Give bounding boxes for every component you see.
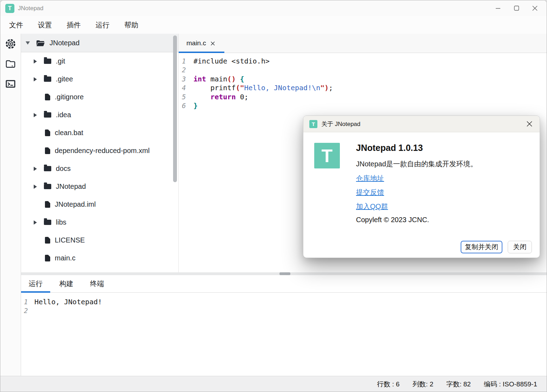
tree-root-label: JNotepad [50,39,80,47]
terminal-button[interactable] [0,74,21,94]
tree-item-label: JNotepad.iml [55,200,96,208]
tree-item-label: .idea [56,111,71,119]
dialog-title: 关于 JNotepad [321,120,361,128]
tree-item-label: .git [56,57,65,65]
tree-item[interactable]: .gitignore [21,88,178,106]
open-folder-icon [36,40,45,46]
folder-icon [44,59,51,64]
tree-item-label: .gitignore [55,93,84,101]
line-number: 2 [179,66,193,74]
tree-item-label: clean.bat [55,129,83,137]
line-number: 5 [179,93,193,101]
app-logo-icon: T [309,120,317,128]
splitter-grabber[interactable] [279,272,290,275]
menu-help[interactable]: 帮助 [124,20,138,30]
folder-icon [44,166,51,171]
tree-item[interactable]: JNotepad.iml [21,195,178,213]
about-dialog: T 关于 JNotepad T JNotepad 1.0.13 JNotepad… [303,115,540,258]
line-number: 4 [179,84,193,92]
status-column: 列数: 2 [413,380,433,389]
tree-item[interactable]: .idea [21,106,178,124]
file-icon [45,129,50,136]
code-editor[interactable]: 1 #include <stdio.h> 2 3 int main() { 4 … [179,53,547,110]
title-bar: T JNotepad [0,0,547,16]
tree-item[interactable]: .gitee [21,70,178,88]
minimize-button[interactable] [489,0,507,16]
tree-root-row[interactable]: JNotepad [21,34,178,52]
app-logo-large: T [314,143,340,168]
tree-scrollbar-thumb[interactable] [173,35,177,182]
tree-item[interactable]: libs [21,213,178,231]
tab-run[interactable]: 运行 [21,275,50,292]
folder-icon [44,220,51,225]
minimize-icon [496,6,501,11]
menu-settings[interactable]: 设置 [38,20,52,30]
tree-item-label: LICENSE [55,236,85,244]
tree-item-label: JNotepad [56,182,86,191]
window-controls [489,0,544,16]
app-window: T JNotepad 文件 设置 插件 运行 帮助 [0,0,547,392]
active-tab-indicator [21,291,50,293]
chevron-right-icon[interactable] [34,77,37,81]
tree-item-label: .gitee [56,75,73,83]
code-line: 4 printf("Hello, JNotepad!\n"); [179,84,547,92]
bottom-panel: 运行 构建 终端 1 Hello, JNotepad! 2 [21,275,547,376]
chevron-right-icon[interactable] [34,185,37,189]
tree-item[interactable]: docs [21,160,178,178]
code-line: 3 int main() { [179,75,547,84]
file-icon [45,201,50,208]
tree-item[interactable]: dependency-reduced-pom.xml [21,142,178,160]
file-icon [45,147,50,154]
run-output: 1 Hello, JNotepad! 2 [21,293,547,315]
line-number: 6 [179,101,193,110]
link-repository[interactable]: 仓库地址 [356,174,384,183]
maximize-button[interactable] [507,0,526,16]
tab-close-icon[interactable] [211,41,215,46]
folder-icon [5,58,16,69]
horizontal-splitter[interactable] [21,272,547,275]
editor-tab-bar: main.c [179,34,547,53]
dialog-close-button[interactable] [526,121,533,127]
status-encoding: 编码 : ISO-8859-1 [484,380,537,389]
status-bar: 行数 : 6 列数: 2 字数: 82 编码 : ISO-8859-1 [0,376,547,392]
tab-build[interactable]: 构建 [52,275,81,292]
code-line: 2 [179,66,547,74]
tree-item[interactable]: main.c [21,249,178,267]
settings-gear-icon [5,38,16,49]
explorer-button[interactable] [0,54,21,74]
code-line: 5 return 0; [179,93,547,101]
maximize-icon [514,6,519,11]
chevron-right-icon[interactable] [34,113,37,117]
status-char-count: 字数: 82 [446,380,471,389]
tree-item-label: dependency-reduced-pom.xml [55,147,150,155]
active-tab-indicator [179,52,224,53]
chevron-right-icon[interactable] [34,59,37,64]
link-qq-group[interactable]: 加入QQ群 [356,202,388,211]
about-heading: JNotepad 1.0.13 [356,143,423,153]
dialog-close-action-button[interactable]: 关闭 [508,241,532,253]
tree-item[interactable]: LICENSE [21,231,178,249]
tab-main-c[interactable]: main.c [179,34,222,53]
chevron-down-icon[interactable] [26,41,30,45]
chevron-right-icon[interactable] [34,220,37,225]
menu-run[interactable]: 运行 [95,20,110,30]
folder-icon [44,184,51,189]
tree-item-label: main.c [55,254,75,262]
copy-and-close-button[interactable]: 复制并关闭 [461,241,502,253]
status-line-count: 行数 : 6 [377,380,400,389]
link-feedback[interactable]: 提交反馈 [356,188,384,197]
line-number: 2 [21,306,34,315]
app-logo-icon: T [5,4,14,13]
settings-button[interactable] [0,34,21,54]
menu-file[interactable]: 文件 [9,20,23,30]
tree-item[interactable]: JNotepad [21,178,178,195]
tab-terminal[interactable]: 终端 [83,275,112,292]
close-button[interactable] [526,0,544,16]
tab-label: main.c [186,39,206,47]
tree-item[interactable]: .git [21,52,178,70]
folder-icon [44,112,51,118]
tree-item[interactable]: clean.bat [21,124,178,142]
chevron-right-icon[interactable] [34,167,37,171]
menu-plugins[interactable]: 插件 [67,20,81,30]
window-title: JNotepad [18,5,44,12]
